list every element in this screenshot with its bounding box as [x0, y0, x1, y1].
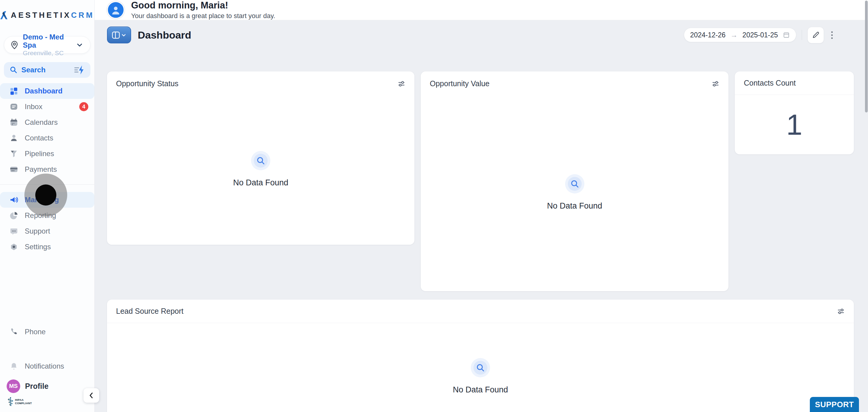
sidebar-item-contacts[interactable]: Contacts: [0, 130, 94, 146]
sidebar: AESTHETIXCRM Demo - Med Spa Greenville, …: [0, 0, 95, 412]
person-icon: [110, 4, 122, 16]
widget-settings-icon[interactable]: [712, 80, 719, 88]
dashboard-selector-button[interactable]: [107, 27, 131, 43]
no-data-search-icon: [565, 174, 584, 193]
no-data-search-icon: [251, 151, 270, 170]
widget-empty-state: No Data Found: [421, 93, 728, 291]
settings-gear-icon: [9, 242, 19, 251]
profile-label: Profile: [25, 382, 49, 390]
edit-dashboard-button[interactable]: [807, 27, 824, 43]
sidebar-item-marketing[interactable]: Marketing: [0, 192, 94, 208]
brand-logo-text: AESTHETIXCRM: [11, 10, 94, 20]
date-range-picker[interactable]: 2024-12-26 → 2025-01-25: [684, 28, 796, 42]
reporting-pie-icon: [9, 211, 19, 220]
inbox-icon: [9, 102, 19, 111]
contacts-count-value: 1: [786, 108, 802, 141]
date-range-start: 2024-12-26: [690, 31, 726, 39]
sidebar-spacer: [0, 340, 94, 358]
phone-label: Phone: [25, 327, 45, 336]
sidebar-item-dashboard[interactable]: Dashboard: [0, 83, 94, 99]
no-data-text: No Data Found: [233, 178, 288, 187]
chevron-left-icon: [88, 392, 95, 399]
widget-lead-source-report: Lead Source Report: [107, 299, 854, 412]
location-pin-icon: [10, 40, 19, 50]
pipelines-funnel-icon: [9, 149, 19, 158]
sidebar-item-reporting[interactable]: Reporting: [0, 208, 94, 223]
location-name: Demo - Med Spa: [23, 33, 76, 50]
profile-avatar: MS: [7, 379, 20, 393]
calendar-icon: [783, 31, 790, 39]
widget-title: Opportunity Value: [430, 79, 490, 88]
greeting-header: Good morning, Maria! Your dashboard is a…: [95, 0, 868, 20]
widget-opportunity-value: Opportunity Value: [421, 71, 728, 291]
widgets-row: Opportunity Status: [107, 71, 854, 291]
scrollbar-thumb[interactable]: [865, 1, 868, 113]
widget-title: Opportunity Status: [116, 79, 179, 88]
sidebar-item-label: Settings: [25, 243, 51, 251]
marketing-megaphone-icon: [9, 195, 19, 204]
phone-icon: [9, 327, 19, 336]
sidebar-nav: Dashboard Inbox 4: [0, 83, 94, 255]
sidebar-item-inbox[interactable]: Inbox 4: [0, 99, 94, 115]
brand-logo-icon: [0, 7, 8, 23]
search-input[interactable]: Search: [4, 62, 90, 78]
greeting-subtitle: Your dashboard is a great place to start…: [131, 12, 275, 20]
layout-icon: [112, 31, 120, 39]
sidebar-collapse-button[interactable]: [84, 388, 99, 403]
notifications-button[interactable]: Notifications: [0, 358, 94, 374]
sidebar-bottom: Phone Notifications MS Profile ⚕ HIPAACO…: [0, 324, 94, 412]
widget-title: Lead Source Report: [116, 307, 184, 316]
caduceus-icon: ⚕: [7, 396, 14, 408]
toolbar-separator: [802, 30, 802, 40]
widget-contacts-count: Contacts Count 1: [735, 71, 854, 154]
page-title: Dashboard: [138, 29, 191, 41]
inbox-unread-badge: 4: [79, 102, 88, 111]
phone-button[interactable]: Phone: [0, 324, 94, 340]
notifications-label: Notifications: [25, 362, 64, 371]
location-selector[interactable]: Demo - Med Spa Greenville, SC: [4, 36, 90, 54]
bell-icon: [9, 362, 19, 371]
sidebar-item-label: Payments: [25, 165, 57, 173]
support-button[interactable]: SUPPORT: [810, 397, 859, 412]
widget-empty-state: No Data Found: [107, 93, 414, 245]
sidebar-item-settings[interactable]: Settings: [0, 239, 94, 255]
sidebar-item-label: Pipelines: [25, 150, 54, 158]
main-area: Good morning, Maria! Your dashboard is a…: [95, 0, 868, 412]
sidebar-item-support[interactable]: Support: [0, 223, 94, 239]
sidebar-item-pipelines[interactable]: Pipelines: [0, 146, 94, 162]
no-data-text: No Data Found: [547, 201, 602, 211]
chevron-down-icon: [121, 33, 126, 38]
sidebar-item-label: Marketing: [25, 196, 59, 204]
widget-empty-state: No Data Found: [107, 323, 854, 412]
search-label: Search: [22, 66, 45, 74]
more-options-menu[interactable]: [830, 30, 835, 41]
hipaa-compliant-logo: ⚕ HIPAACOMPLIANT: [0, 394, 94, 412]
sidebar-item-calendars[interactable]: Calendars: [0, 115, 94, 130]
greeting-text: Good morning, Maria!: [131, 0, 275, 11]
sidebar-item-label: Contacts: [25, 134, 53, 142]
widget-settings-icon[interactable]: [837, 308, 845, 315]
sidebar-item-label: Dashboard: [25, 87, 62, 95]
sidebar-item-label: Calendars: [25, 118, 58, 127]
pencil-icon: [812, 31, 820, 39]
widget-opportunity-status: Opportunity Status: [107, 71, 414, 245]
dashboard-grid-icon: [9, 87, 19, 96]
payments-card-icon: [9, 165, 19, 174]
date-range-end: 2025-01-25: [742, 31, 778, 39]
location-city: Greenville, SC: [23, 50, 76, 57]
contacts-person-icon: [9, 133, 19, 142]
sidebar-item-payments[interactable]: Payments: [0, 162, 94, 177]
widget-settings-icon[interactable]: [398, 80, 405, 88]
brand-logo: AESTHETIXCRM: [0, 0, 94, 30]
app-window: AESTHETIXCRM Demo - Med Spa Greenville, …: [0, 0, 868, 412]
profile-button[interactable]: MS Profile: [0, 378, 94, 394]
support-chat-icon: [9, 227, 19, 236]
quick-actions-icon: [73, 65, 86, 75]
sidebar-item-label: Support: [25, 227, 50, 235]
user-avatar: [107, 1, 124, 19]
dashboard-content: Dashboard 2024-12-26 → 2025-01-25: [95, 20, 868, 412]
arrow-right-icon: →: [730, 31, 738, 39]
search-icon: [9, 66, 18, 74]
no-data-search-icon: [471, 358, 490, 377]
sidebar-item-label: Inbox: [25, 102, 42, 111]
